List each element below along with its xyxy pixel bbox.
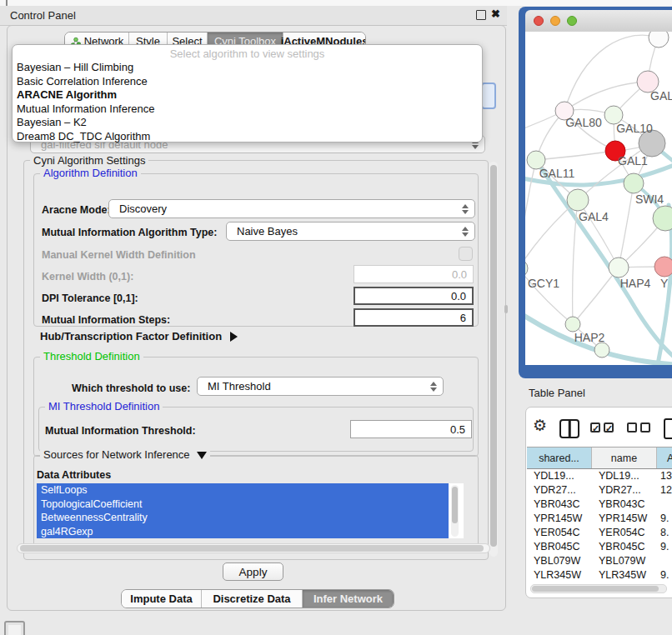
- network-node[interactable]: [609, 258, 629, 278]
- table-cell: YBL079W: [592, 554, 657, 568]
- network-node[interactable]: [565, 317, 580, 332]
- network-node[interactable]: [567, 189, 589, 211]
- checked-checkbox-icon[interactable]: ✓: [590, 422, 600, 432]
- attribute-item-topologicalcoefficient[interactable]: TopologicalCoefficient: [37, 498, 449, 512]
- attributes-scrollbar-thumb[interactable]: [452, 487, 458, 523]
- mi-algorithm-type-combo[interactable]: Naive Bayes: [226, 222, 475, 241]
- network-canvas[interactable]: GALGAL80GAL10GAL1GAL11SWI4GAL4GCY1HAP4YH…: [525, 32, 672, 365]
- checked-checkbox-icon[interactable]: ✓: [604, 422, 614, 432]
- combo-stepper-icon: [462, 204, 469, 214]
- network-node-label: GAL1: [618, 154, 648, 168]
- algorithm-option-bayesian-hill-climbing[interactable]: Bayesian – Hill Climbing: [13, 61, 482, 75]
- dpi-tolerance-label: DPI Tolerance [0,1]:: [42, 292, 138, 304]
- settings-vertical-scrollbar-thumb[interactable]: [490, 165, 497, 547]
- table-row[interactable]: YBL079WYBL079W: [527, 554, 672, 568]
- table-cell: 8.: [657, 526, 672, 540]
- network-node[interactable]: [624, 173, 644, 193]
- gear-icon[interactable]: ⚙: [533, 416, 547, 435]
- hub-definition-expander[interactable]: Hub/Transcription Factor Definition: [40, 330, 238, 342]
- close-icon[interactable]: ✖: [491, 8, 500, 20]
- network-edge: [536, 151, 615, 160]
- table-row[interactable]: YBR043CYBR043C: [527, 498, 672, 512]
- kernel-width-label: Kernel Width (0,1):: [42, 271, 133, 282]
- network-node-label: GAL80: [565, 116, 602, 129]
- aracne-mode-combo[interactable]: Discovery: [108, 199, 475, 218]
- algorithm-option-bayesian-k2[interactable]: Bayesian – K2: [13, 116, 482, 130]
- tab-impute-data[interactable]: Impute Data: [122, 590, 201, 608]
- zoom-traffic-light[interactable]: [567, 16, 577, 26]
- control-panel-titlebar: [0, 6, 507, 26]
- which-threshold-combo[interactable]: MI Threshold: [197, 377, 444, 396]
- table-cell: YLR345W: [527, 568, 592, 582]
- network-node[interactable]: [594, 342, 609, 358]
- control-panel-title: Control Panel: [10, 9, 76, 22]
- page-icon[interactable]: [664, 418, 672, 439]
- table-cell: YDL19...: [592, 469, 657, 483]
- tab-discretize-data[interactable]: Discretize Data: [201, 590, 302, 608]
- split-columns-icon[interactable]: [559, 419, 579, 438]
- aracne-mode-value: Discovery: [119, 202, 167, 215]
- minimize-traffic-light[interactable]: [550, 16, 560, 26]
- table-cell: YLR345W: [592, 568, 657, 582]
- table-row[interactable]: YLR345WYLR345W9.: [527, 568, 672, 582]
- table-cell: 12: [657, 483, 672, 498]
- table-cell: YER054C: [592, 526, 657, 540]
- close-traffic-light[interactable]: [534, 16, 544, 26]
- settings-horizontal-scrollbar-thumb[interactable]: [20, 545, 484, 552]
- mi-algorithm-type-label: Mutual Information Algorithm Type:: [42, 227, 217, 238]
- kernel-width-field[interactable]: 0.0: [354, 265, 474, 283]
- network-node-label: GCY1: [528, 277, 559, 290]
- algorithm-dropdown-popup: Select algorithm to view settings Bayesi…: [12, 44, 483, 142]
- column-header-name[interactable]: name: [592, 448, 657, 468]
- attribute-item-gal4rgexp[interactable]: gal4RGexp: [37, 525, 449, 539]
- attribute-item-selfloops[interactable]: SelfLoops: [37, 483, 449, 498]
- threshold-definition-title: Threshold Definition: [40, 351, 143, 362]
- mi-steps-field[interactable]: 6: [354, 308, 474, 327]
- algorithm-option-aracne-algorithm[interactable]: ARACNE Algorithm: [13, 88, 482, 102]
- tab-infer-network[interactable]: Infer Network: [302, 590, 394, 608]
- column-header-shared[interactable]: shared...: [527, 448, 592, 468]
- algorithm-combo-stepper[interactable]: [481, 82, 496, 109]
- table-row[interactable]: YDR27...YDR27...12: [527, 483, 672, 498]
- unchecked-checkbox-icon[interactable]: [640, 422, 650, 432]
- float-window-icon[interactable]: [476, 10, 486, 20]
- table-cell: YBR043C: [527, 498, 592, 512]
- table-horizontal-scrollbar-thumb[interactable]: [532, 586, 659, 592]
- mi-threshold-group-title: MI Threshold Definition: [45, 401, 163, 412]
- algorithm-option-mutual-information-inference[interactable]: Mutual Information Inference: [13, 102, 482, 117]
- sources-group-title[interactable]: Sources for Network Inference: [40, 449, 210, 461]
- network-node[interactable]: [525, 259, 528, 278]
- network-node-label: HAP2: [574, 331, 605, 344]
- algorithm-option-basic-correlation-inference[interactable]: Basic Correlation Inference: [13, 75, 482, 89]
- table-cell: [657, 554, 672, 568]
- table-cell: 13: [657, 469, 672, 483]
- network-window-titlebar[interactable]: [525, 10, 672, 32]
- column-header-a[interactable]: A: [657, 448, 672, 468]
- table-row[interactable]: YER054CYER054C8.: [527, 526, 672, 540]
- table-cell: YBR043C: [592, 498, 657, 512]
- collapsed-panel-icon[interactable]: [4, 621, 25, 635]
- table-row[interactable]: YDL19...YDL19...13: [527, 469, 672, 483]
- algorithm-option-dream8-dc-tdc-algorithm[interactable]: Dream8 DC_TDC Algorithm: [13, 130, 482, 144]
- manual-kernel-width-label: Manual Kernel Width Definition: [42, 249, 196, 261]
- data-attributes-label: Data Attributes: [37, 469, 111, 481]
- table-cell: YPR145W: [527, 512, 592, 526]
- aracne-mode-label: Aracne Mode:: [42, 204, 111, 216]
- table-row[interactable]: YPR145WYPR145W9.: [527, 512, 672, 526]
- manual-kernel-width-checkbox[interactable]: [459, 247, 473, 261]
- table-cell: YBR045C: [592, 540, 657, 554]
- unchecked-checkbox-icon[interactable]: [627, 422, 637, 432]
- apply-button[interactable]: Apply: [223, 562, 283, 581]
- attribute-item-betweennesscentrality[interactable]: BetweennessCentrality: [37, 511, 449, 525]
- network-node-label: GAL: [650, 89, 672, 102]
- dpi-tolerance-field[interactable]: 0.0: [354, 287, 474, 305]
- mi-threshold-field[interactable]: 0.5: [350, 420, 472, 438]
- mi-algorithm-type-value: Naive Bayes: [237, 225, 298, 238]
- network-node[interactable]: [653, 206, 672, 231]
- table-cell: YDR27...: [592, 483, 657, 498]
- network-node[interactable]: [649, 32, 669, 48]
- table-row[interactable]: YBR045CYBR045C9.: [527, 540, 672, 554]
- splitter-handle[interactable]: [504, 305, 508, 313]
- network-node-label: GAL4: [579, 210, 609, 223]
- network-node[interactable]: [654, 257, 672, 277]
